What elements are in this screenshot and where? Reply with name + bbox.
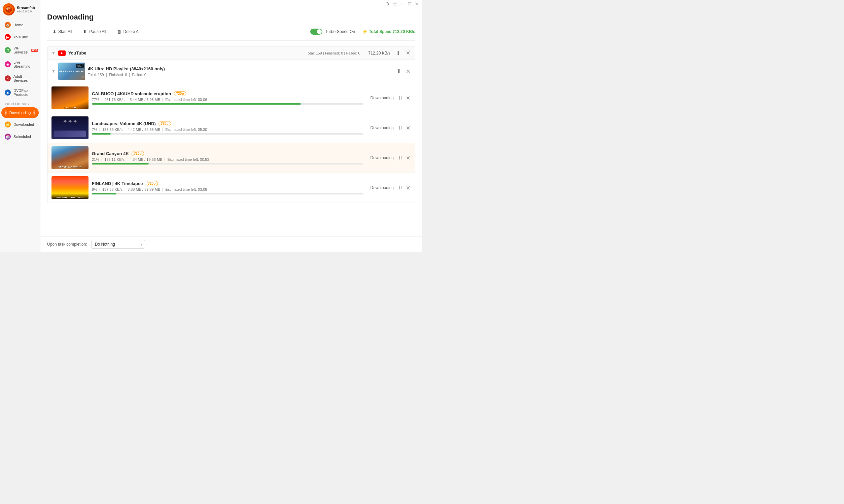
sidebar-item-downloaded[interactable]: 📁 Downloaded xyxy=(1,119,39,130)
finland-pause-button[interactable]: ⏸ xyxy=(397,184,404,192)
download-item-grandcanyon: GRAND CANYON 4K Grand Canyon 4K 720p 21%… xyxy=(48,143,415,173)
logo-area: Streamfab x64 6.0.0.0 xyxy=(0,0,40,19)
completion-select-wrapper: Do Nothing Shut Down Sleep Hibernate ▾ xyxy=(91,240,145,249)
calbuco-title: CALBUCO | 4K/UHD volcanic eruption 720p xyxy=(92,91,363,96)
finland-progress-bar xyxy=(92,193,363,195)
collapse-icon[interactable]: ▼ xyxy=(52,51,55,55)
finland-thumb-label: FINLAND · TIMELAPSE xyxy=(52,197,89,198)
menu-button[interactable]: ☰ xyxy=(392,1,397,6)
minimize-button[interactable]: ─ xyxy=(400,1,405,6)
sidebar-item-scheduled-label: Scheduled xyxy=(14,134,31,139)
sidebar-item-downloading[interactable]: ↓ Downloading ↓ xyxy=(1,107,39,118)
landscapes-pause-button[interactable]: ⏸ xyxy=(397,124,404,132)
pause-all-button[interactable]: ⏸ Pause All xyxy=(77,27,111,36)
youtube-group-header: ▼ YouTube Total: 159 | Finished: 0 | Fai… xyxy=(48,47,415,60)
calbuco-thumbnail: CALBUCO xyxy=(52,87,89,109)
playlist-thumbnail: GRAND CANYON 4K 159 ≡ xyxy=(58,62,85,80)
restore-button[interactable]: ⊙ xyxy=(385,1,390,6)
delete-all-button[interactable]: 🗑 Delete All xyxy=(111,27,146,36)
download-item-landscapes: ✦✦✦ Landscapes: Volume 4K (UHD) 720p 7% … xyxy=(48,113,415,143)
completion-select[interactable]: Do Nothing Shut Down Sleep Hibernate xyxy=(91,240,145,249)
maximize-button[interactable]: □ xyxy=(407,1,412,6)
start-all-button[interactable]: ⬇ Start All xyxy=(47,27,77,36)
calbuco-stats: 77% | 251.76 KB/s | 5.44 MB / 6.98 MB | … xyxy=(92,97,363,102)
app-name: Streamfab xyxy=(17,6,35,10)
finland-quality: 720p xyxy=(146,181,158,186)
landscapes-stats: 7% | 133.39 KB/s | 4.42 MB / 62.68 MB | … xyxy=(92,127,363,131)
downloading-count-icon: ↓ xyxy=(33,110,35,116)
delete-all-label: Delete All xyxy=(123,29,140,34)
app-name-area: Streamfab x64 6.0.0.0 xyxy=(17,6,35,13)
pause-all-icon: ⏸ xyxy=(83,29,88,34)
download-list: ▼ YouTube Total: 159 | Finished: 0 | Fai… xyxy=(47,46,415,236)
titlebar: ⊙ ☰ ─ □ ✕ xyxy=(40,0,422,7)
calbuco-info: CALBUCO | 4K/UHD volcanic eruption 720p … xyxy=(92,91,363,105)
finland-actions: ⏸ ✕ xyxy=(397,184,411,192)
calbuco-quality: 720p xyxy=(174,91,186,96)
youtube-group-speed: 712.20 KB/s xyxy=(369,51,390,55)
landscapes-progress-bar xyxy=(92,133,363,134)
grandcanyon-status: Downloading xyxy=(367,156,394,160)
home-icon: 🏠 xyxy=(5,22,11,28)
toolbar: ⬇ Start All ⏸ Pause All 🗑 Delete All Tur… xyxy=(47,27,415,41)
calbuco-pause-button[interactable]: ⏸ xyxy=(397,94,404,102)
playlist-count-badge: 159 xyxy=(76,64,84,68)
landscapes-status: Downloading xyxy=(367,126,394,130)
youtube-close-button[interactable]: ✕ xyxy=(405,49,411,57)
playlist-item: ▼ GRAND CANYON 4K 159 ≡ 4K Ultra HD Play… xyxy=(48,60,415,83)
finland-info: FINLAND | 4K Timelapse 720p 9% | 137.58 … xyxy=(92,181,363,195)
calbuco-progress-bar xyxy=(92,103,363,105)
youtube-group-stats: Total: 159 | Finished: 0 | Failed: 0 xyxy=(306,51,360,55)
playlist-expand-icon[interactable]: ▼ xyxy=(52,69,55,74)
turbo-area: Turbo-Speed On xyxy=(310,29,355,35)
sidebar-item-youtube[interactable]: ▶ YouTube xyxy=(1,31,39,43)
content-area: Downloading ⬇ Start All ⏸ Pause All 🗑 De… xyxy=(40,7,422,236)
sidebar-item-live[interactable]: ◉ Live Streaming xyxy=(1,57,39,71)
youtube-brand-icon xyxy=(58,51,66,56)
youtube-pause-button[interactable]: ⏸ xyxy=(394,50,401,57)
grandcanyon-thumbnail: GRAND CANYON 4K xyxy=(52,146,89,169)
sidebar-item-dvdfab[interactable]: ◉ DVDFab Products xyxy=(1,86,39,99)
playlist-close-button[interactable]: ✕ xyxy=(405,68,411,75)
calbuco-thumb-label: CALBUCO xyxy=(52,107,89,109)
grandcanyon-quality: 720p xyxy=(131,151,144,156)
adult-icon: ✕ xyxy=(5,75,11,82)
calbuco-close-button[interactable]: ✕ xyxy=(405,94,411,102)
landscapes-info: Landscapes: Volume 4K (UHD) 720p 7% | 13… xyxy=(92,121,363,134)
playlist-stats: Total: 159 | Finished: 0 | Failed: 0 xyxy=(88,73,393,77)
landscapes-title: Landscapes: Volume 4K (UHD) 720p xyxy=(92,121,363,126)
start-all-icon: ⬇ xyxy=(53,29,56,34)
grandcanyon-pause-button[interactable]: ⏸ xyxy=(397,154,404,162)
sidebar-item-live-label: Live Streaming xyxy=(14,60,35,68)
grandcanyon-info: Grand Canyon 4K 720p 21% | 193.11 KB/s |… xyxy=(92,151,363,164)
completion-label: Upon task completion: xyxy=(47,242,87,247)
calbuco-progress-fill xyxy=(92,103,301,105)
vip-icon: ⚙ xyxy=(5,47,11,53)
download-item-calbuco: CALBUCO CALBUCO | 4K/UHD volcanic erupti… xyxy=(48,83,415,113)
total-speed-label: Total Speed 712.20 KB/s xyxy=(369,29,415,34)
finland-stats: 9% | 137.58 KB/s | 3.88 MB / 39.89 MB | … xyxy=(92,187,363,192)
scheduled-icon: 📅 xyxy=(5,133,11,140)
finland-status: Downloading xyxy=(367,185,394,190)
youtube-icon: ▶ xyxy=(5,34,11,40)
landscapes-close-button[interactable]: ✕ xyxy=(405,124,411,132)
sidebar-item-adult[interactable]: ✕ Adult Services xyxy=(1,72,39,85)
sidebar-item-scheduled[interactable]: 📅 Scheduled xyxy=(1,131,39,142)
close-button[interactable]: ✕ xyxy=(415,1,419,6)
turbo-toggle[interactable] xyxy=(310,29,322,35)
finland-progress-fill xyxy=(92,193,116,195)
sidebar-item-home[interactable]: 🏠 Home xyxy=(1,19,39,31)
bottom-bar: Upon task completion: Do Nothing Shut Do… xyxy=(40,236,422,252)
playlist-pause-button[interactable]: ⏸ xyxy=(396,68,402,75)
finland-title: FINLAND | 4K Timelapse 720p xyxy=(92,181,363,186)
downloaded-icon: 📁 xyxy=(5,122,11,127)
grandcanyon-close-button[interactable]: ✕ xyxy=(405,154,411,162)
sidebar-item-vip[interactable]: ⚙ VIP Services HOT xyxy=(1,43,39,57)
app-logo xyxy=(3,3,15,16)
grandcanyon-title: Grand Canyon 4K 720p xyxy=(92,151,363,156)
playlist-menu-icon: ≡ xyxy=(82,75,84,79)
finland-thumbnail: FINLAND · TIMELAPSE xyxy=(52,176,89,199)
grandcanyon-progress-fill xyxy=(92,163,149,164)
finland-close-button[interactable]: ✕ xyxy=(405,184,411,192)
dvdfab-icon: ◉ xyxy=(5,90,11,95)
